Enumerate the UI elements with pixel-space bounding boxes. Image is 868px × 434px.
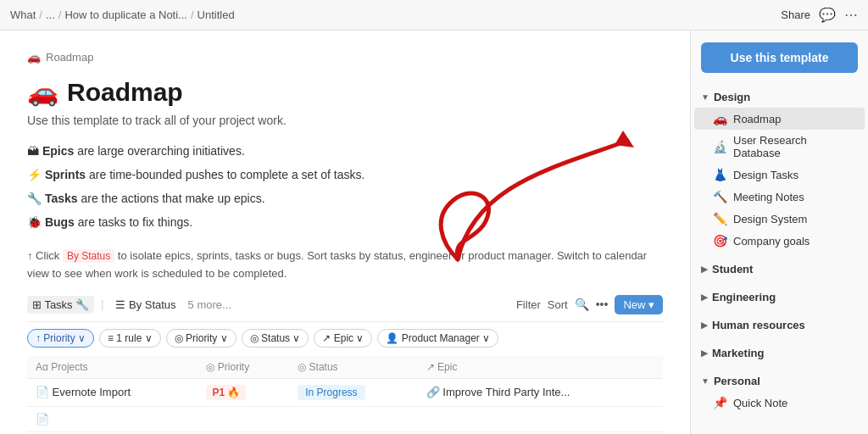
share-button[interactable]: Share — [781, 8, 810, 21]
sort-button[interactable]: Sort — [548, 298, 568, 311]
company-goals-label: Company goals — [733, 235, 810, 248]
row-project-2[interactable]: 📄 — [27, 406, 198, 431]
breadcrumb-what[interactable]: What — [10, 8, 36, 21]
sidebar-item-roadmap[interactable]: 🚗 Roadmap — [694, 108, 865, 130]
priority-badge: P1 🔥 — [206, 385, 246, 400]
toolbar-actions: Filter Sort 🔍 ••• New ▾ — [516, 295, 663, 314]
more-options-icon[interactable]: ⋯ — [844, 7, 858, 23]
content-wrapper: 🚗 Roadmap 🚗 Roadmap Use this template to… — [0, 31, 868, 434]
row-epic: 🔗 Improve Third Party Inte... — [418, 378, 663, 406]
legend-sprints: ⚡ Sprints are time-bounded pushes to com… — [27, 163, 663, 186]
breadcrumb-untitled[interactable]: Untitled — [198, 8, 235, 21]
sidebar-item-quick-note[interactable]: 📌 Quick Note — [694, 392, 865, 414]
table-header: Aα Projects ◎ Priority ◎ Status ↗ Epic — [27, 356, 663, 379]
student-section-header[interactable]: ▶ Student — [691, 259, 868, 280]
marketing-label: Marketing — [712, 347, 764, 359]
design-system-icon: ✏️ — [713, 212, 727, 225]
sidebar-item-meeting-notes[interactable]: 🔨 Meeting Notes — [694, 186, 865, 208]
marketing-section-header[interactable]: ▶ Marketing — [691, 342, 868, 364]
marketing-toggle-icon: ▶ — [701, 348, 708, 358]
epic-filter-chip[interactable]: ↗ Epic ∨ — [314, 329, 372, 348]
sidebar-section-hr: ▶ Human resources — [691, 314, 868, 336]
page-subtitle: Use this template to track all of your p… — [27, 114, 663, 127]
tab-separator: | — [101, 298, 103, 310]
more-options-button[interactable]: ••• — [596, 298, 609, 311]
priority-filter-chip[interactable]: ◎ Priority ∨ — [166, 329, 236, 348]
rule-chip[interactable]: ≡ 1 rule ∨ — [99, 329, 161, 348]
meeting-notes-label: Meeting Notes — [733, 191, 804, 203]
sidebar-section-marketing: ▶ Marketing — [691, 342, 868, 364]
breadcrumb-sep1: / — [39, 8, 42, 21]
breadcrumb-sep3: / — [191, 8, 194, 21]
user-research-label: User Research Database — [733, 134, 853, 159]
design-tasks-icon: 👗 — [713, 168, 727, 181]
sidebar-item-user-research[interactable]: 🔬 User Research Database — [694, 130, 865, 164]
hr-label: Human resources — [712, 319, 805, 331]
engineering-section-header[interactable]: ▶ Engineering — [691, 287, 868, 308]
status-filter-chip[interactable]: ◎ Status ∨ — [242, 329, 309, 348]
roadmap-icon: 🚗 — [713, 112, 727, 125]
new-button[interactable]: New ▾ — [615, 295, 663, 314]
comments-icon[interactable]: 💬 — [819, 7, 836, 23]
table-row-2: 📄 — [27, 406, 663, 431]
quick-note-icon: 📌 — [713, 396, 727, 409]
design-label: Design — [714, 91, 750, 103]
title-emoji: 🚗 — [27, 77, 58, 107]
breadcrumb-how[interactable]: How to duplicate a Noti... — [64, 8, 187, 21]
engineering-label: Engineering — [712, 291, 776, 303]
desc-text: ↑ Click By Status to isolate epics, spri… — [27, 248, 663, 283]
row-priority-2 — [198, 406, 289, 431]
breadcrumb-sep2: / — [58, 8, 62, 21]
company-goals-icon: 🎯 — [713, 234, 727, 248]
sidebar-section-personal: ▼ Personal 📌 Quick Note — [691, 370, 868, 414]
col-priority: ◎ Priority — [198, 356, 289, 379]
product-manager-chip[interactable]: 👤 Product Manager ∨ — [377, 329, 498, 348]
row-status-2 — [289, 406, 418, 431]
sidebar-item-company-goals[interactable]: 🎯 Company goals — [694, 230, 865, 252]
tasks-table: Aα Projects ◎ Priority ◎ Status ↗ Epic 📄… — [27, 356, 663, 432]
hr-toggle-icon: ▶ — [701, 320, 708, 330]
page-title-row: 🚗 Roadmap — [27, 77, 663, 107]
design-section-header[interactable]: ▼ Design — [691, 86, 868, 108]
search-icon[interactable]: 🔍 — [575, 298, 589, 311]
sidebar-section-design: ▼ Design 🚗 Roadmap 🔬 User Research Datab… — [691, 86, 868, 252]
legend-epics: 🏔 Epics are large overarching initiative… — [27, 139, 663, 163]
table-row: 📄 Evernote Import P1 🔥 In Progress 🔗 Imp… — [27, 378, 663, 406]
sidebar-item-design-system[interactable]: ✏️ Design System — [694, 208, 865, 230]
page-breadcrumb: 🚗 Roadmap — [27, 51, 663, 64]
by-status-tab[interactable]: ☰ By Status — [110, 296, 181, 314]
breadcrumb-ellipsis[interactable]: ... — [46, 8, 55, 21]
col-epic: ↗ Epic — [418, 356, 663, 379]
row-priority: P1 🔥 — [198, 378, 289, 406]
col-projects: Aα Projects — [27, 356, 198, 379]
student-toggle-icon: ▶ — [701, 264, 708, 274]
roadmap-label: Roadmap — [733, 113, 781, 125]
design-tasks-label: Design Tasks — [733, 169, 798, 181]
sidebar-section-student: ▶ Student — [691, 259, 868, 280]
quick-note-label: Quick Note — [733, 397, 787, 409]
meeting-notes-icon: 🔨 — [713, 190, 727, 203]
legend-bugs: 🐞 Bugs are tasks to fix things. — [27, 210, 663, 234]
more-tabs-button[interactable]: 5 more... — [188, 298, 231, 311]
legend-tasks: 🔧 Tasks are the actions that make up epi… — [27, 186, 663, 210]
use-template-button[interactable]: Use this template — [701, 42, 858, 73]
topbar-actions: Share 💬 ⋯ — [781, 7, 858, 23]
row-project[interactable]: 📄 Evernote Import — [27, 378, 198, 406]
sidebar-section-engineering: ▶ Engineering — [691, 287, 868, 308]
personal-toggle-icon: ▼ — [701, 376, 709, 386]
right-sidebar: Use this template ▼ Design 🚗 Roadmap 🔬 U… — [690, 31, 868, 434]
hr-section-header[interactable]: ▶ Human resources — [691, 314, 868, 336]
filter-chips-row: ↑ Priority ∨ ≡ 1 rule ∨ ◎ Priority ∨ ◎ S… — [27, 329, 663, 348]
by-status-badge[interactable]: By Status — [63, 249, 114, 263]
sidebar-item-design-tasks[interactable]: 👗 Design Tasks — [694, 164, 865, 186]
personal-label: Personal — [714, 375, 760, 387]
col-status: ◎ Status — [289, 356, 418, 379]
row-epic-2 — [418, 406, 663, 431]
tasks-tab[interactable]: ⊞ Tasks 🔧 — [27, 296, 94, 314]
priority-chip[interactable]: ↑ Priority ∨ — [27, 329, 94, 348]
filter-button[interactable]: Filter — [516, 298, 541, 311]
personal-section-header[interactable]: ▼ Personal — [691, 370, 868, 392]
toolbar-row: ⊞ Tasks 🔧 | ☰ By Status 5 more... Filter… — [27, 295, 663, 322]
student-label: Student — [712, 263, 753, 275]
design-system-label: Design System — [733, 213, 807, 225]
